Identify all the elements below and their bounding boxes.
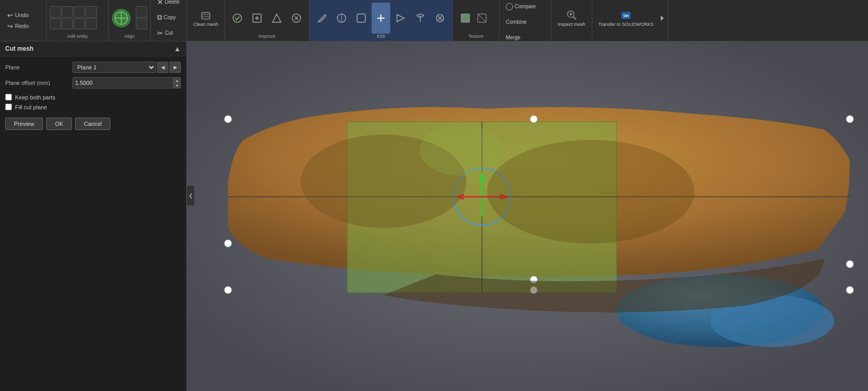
undo-button[interactable]: ↩ Undo bbox=[3, 10, 33, 20]
preview-button[interactable]: Preview bbox=[5, 118, 43, 130]
improve-btn-3[interactable] bbox=[267, 3, 286, 34]
align-label: Align bbox=[109, 34, 150, 39]
copy-button[interactable]: ⧉ Copy bbox=[154, 10, 183, 25]
viewport-svg bbox=[187, 41, 868, 391]
svg-point-41 bbox=[846, 115, 853, 123]
viewport[interactable] bbox=[187, 41, 868, 391]
plane-offset-up-button[interactable]: ▲ bbox=[174, 77, 181, 83]
toolbar: ↩ Undo ↪ Redo Add entity bbox=[0, 0, 868, 41]
edit-btn-7[interactable] bbox=[431, 3, 449, 34]
chevron-left-icon: ❮ bbox=[189, 193, 193, 198]
inspect-mesh-button[interactable]: Inspect mesh bbox=[554, 3, 589, 34]
edit-btn-cut-active[interactable] bbox=[372, 3, 390, 34]
edit-btn-3[interactable] bbox=[352, 3, 371, 34]
svg-point-45 bbox=[224, 286, 232, 294]
fill-cut-plane-label: Fill cut plane bbox=[15, 104, 47, 110]
plane-label: Plane bbox=[5, 64, 73, 70]
add-entity-label: Add entity bbox=[47, 34, 108, 39]
improve-label: Improve bbox=[225, 34, 309, 39]
fill-cut-plane-checkbox[interactable] bbox=[5, 104, 12, 110]
plane-next-button[interactable]: ▶ bbox=[169, 62, 181, 73]
edit-btn-2[interactable] bbox=[332, 3, 351, 34]
improve-btn-4[interactable] bbox=[287, 3, 306, 34]
compare-button[interactable]: Compare bbox=[503, 0, 548, 14]
svg-point-49 bbox=[487, 140, 694, 243]
svg-text:SW: SW bbox=[623, 14, 629, 18]
svg-rect-3 bbox=[202, 12, 210, 19]
panel-header: Cut mesh ▲ bbox=[0, 41, 186, 56]
edit-label: Edit bbox=[309, 34, 452, 39]
svg-point-50 bbox=[420, 124, 503, 176]
keep-both-parts-label: Keep both parts bbox=[15, 94, 55, 100]
svg-line-23 bbox=[573, 17, 576, 20]
cancel-button[interactable]: Cancel bbox=[75, 118, 110, 130]
svg-rect-14 bbox=[357, 14, 365, 22]
panel-title: Cut mesh bbox=[5, 45, 34, 52]
edit-btn-1[interactable] bbox=[312, 3, 331, 34]
plane-prev-button[interactable]: ◀ bbox=[157, 62, 168, 73]
ok-button[interactable]: OK bbox=[46, 118, 72, 130]
transfer-solidworks-button[interactable]: SW Transfer to SOLIDWORKS bbox=[595, 3, 657, 34]
action-buttons-row: Preview OK Cancel bbox=[5, 118, 181, 130]
svg-point-42 bbox=[224, 240, 232, 247]
svg-rect-20 bbox=[461, 14, 469, 22]
keep-both-parts-row: Keep both parts bbox=[5, 94, 181, 100]
svg-point-44 bbox=[846, 260, 853, 268]
panel-collapse-button[interactable]: ❮ bbox=[187, 185, 195, 206]
svg-marker-28 bbox=[661, 16, 664, 21]
delete-button[interactable]: ✕ Delete bbox=[154, 0, 183, 9]
panel-close-button[interactable]: ▲ bbox=[174, 45, 181, 53]
svg-point-39 bbox=[224, 115, 232, 123]
svg-point-47 bbox=[846, 286, 853, 294]
texture-btn-1[interactable] bbox=[456, 3, 475, 34]
edit-btn-6[interactable] bbox=[411, 3, 430, 34]
left-panel: Cut mesh ▲ Plane Plane 1 ◀ ▶ Plane offse… bbox=[0, 41, 187, 391]
improve-btn-1[interactable] bbox=[228, 3, 247, 34]
svg-point-40 bbox=[530, 115, 537, 123]
texture-btn-2[interactable] bbox=[473, 3, 491, 34]
keep-both-parts-checkbox[interactable] bbox=[5, 94, 12, 100]
redo-button[interactable]: ↪ Redo bbox=[3, 21, 33, 31]
plane-offset-row: Plane offset (mm) ▲ ▼ bbox=[5, 77, 181, 89]
plane-offset-down-button[interactable]: ▼ bbox=[174, 83, 181, 89]
improve-btn-2[interactable] bbox=[248, 3, 266, 34]
edit-btn-5[interactable] bbox=[391, 3, 410, 34]
fill-cut-plane-row: Fill cut plane bbox=[5, 104, 181, 110]
plane-select[interactable]: Plane 1 bbox=[73, 62, 156, 73]
combine-button[interactable]: Combine bbox=[503, 15, 548, 30]
clean-mesh-button[interactable]: Clean mesh bbox=[190, 3, 221, 34]
plane-offset-input[interactable] bbox=[73, 77, 174, 89]
plane-offset-label: Plane offset (mm) bbox=[5, 80, 73, 86]
svg-point-6 bbox=[233, 14, 241, 22]
plane-row: Plane Plane 1 ◀ ▶ bbox=[5, 62, 181, 73]
texture-label: Texture bbox=[453, 34, 499, 39]
svg-marker-17 bbox=[397, 15, 404, 22]
cut-button[interactable]: ✂ Cut bbox=[154, 26, 183, 40]
svg-marker-10 bbox=[273, 14, 281, 22]
